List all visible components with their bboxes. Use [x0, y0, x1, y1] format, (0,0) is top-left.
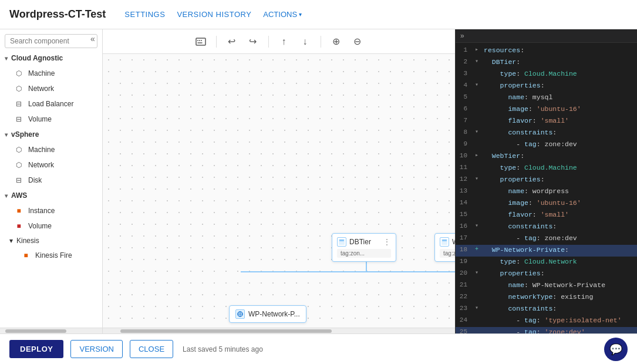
network-connection-line: [241, 271, 455, 272]
webtier-node-header: WebTier ⋮: [440, 237, 455, 247]
code-line-4: 4 ▾ properties:: [456, 80, 637, 92]
zoom-out-button[interactable]: ⊖: [349, 33, 366, 50]
sidebar-item-ca-volume-label: Volume: [28, 115, 52, 123]
redo-button[interactable]: ↪: [245, 33, 261, 50]
code-line-16: 16 ▾ constraints:: [456, 221, 637, 233]
volume-icon: ■: [14, 221, 23, 231]
sidebar-item-ca-loadbalancer[interactable]: ⊟ Load Balancer: [0, 96, 102, 112]
code-line-22: 22 networkType: existing: [456, 292, 637, 304]
group-vsphere: ▾ vSphere ⬡ Machine ⬡ Network ⊟ Disk: [0, 127, 102, 188]
code-line-3: 3 type: Cloud.Machine: [456, 69, 637, 80]
toolbar-divider: [216, 36, 217, 48]
dbtier-node[interactable]: DBTier ⋮ tag:zon...: [332, 233, 396, 262]
canvas-horizontal-scrollbar[interactable]: [103, 328, 455, 333]
dbtier-node-icon: [337, 237, 346, 247]
webtier-node[interactable]: WebTier ⋮ tag:zon...: [434, 233, 455, 262]
group-vsphere-header[interactable]: ▾ vSphere: [0, 127, 102, 142]
dbtier-node-title: DBTier: [337, 237, 371, 247]
deploy-button[interactable]: DEPLOY: [9, 340, 63, 358]
sidebar-item-vs-network[interactable]: ⬡ Network: [0, 157, 102, 173]
svg-rect-6: [339, 240, 344, 241]
header-nav: SETTINGS VERSION HISTORY ACTIONS ▾: [124, 10, 302, 19]
subgroup-kinesis: ▾ Kinesis ■ Kinesis Fire: [0, 234, 102, 263]
canvas-background: DBTier ⋮ tag:zon... WebTier: [103, 54, 455, 328]
sidebar-item-vs-disk[interactable]: ⊟ Disk: [0, 173, 102, 188]
close-button[interactable]: CLOSE: [130, 340, 173, 358]
group-cloud-agnostic-header[interactable]: ▾ Cloud Agnostic: [0, 50, 102, 66]
sidebar-item-aws-volume-label: Volume: [28, 222, 52, 230]
code-line-12: 12 ▾ properties:: [456, 174, 637, 186]
code-line-11: 11 type: Cloud.Machine: [456, 163, 637, 174]
sidebar-collapse-button[interactable]: «: [86, 32, 100, 46]
webtier-label: WebTier: [452, 238, 455, 246]
code-line-19: 19 type: Cloud.Network: [456, 257, 637, 268]
nav-settings[interactable]: SETTINGS: [124, 10, 165, 19]
code-line-23: 23 ▾ constraints:: [456, 304, 637, 315]
undo-button[interactable]: ↩: [224, 33, 240, 50]
nav-version-history[interactable]: VERSION HISTORY: [177, 10, 251, 19]
svg-rect-8: [442, 240, 447, 241]
nav-actions[interactable]: ACTIONS ▾: [263, 10, 302, 19]
webtier-node-icon: [440, 237, 449, 247]
sidebar-item-ca-loadbalancer-label: Load Balancer: [28, 100, 73, 108]
code-line-6: 6 image: 'ubuntu-16': [456, 104, 637, 116]
code-panel-header: »: [456, 29, 637, 43]
sidebar-item-aws-instance[interactable]: ■ Instance: [0, 203, 102, 218]
chevron-down-icon: ▾: [299, 11, 302, 18]
code-line-1: 1 ▸ resources:: [456, 45, 637, 57]
sidebar-item-vs-machine[interactable]: ⬡ Machine: [0, 142, 102, 157]
group-aws: ▾ AWS ■ Instance ■ Volume ▾ Kinesis: [0, 188, 102, 263]
sidebar-horizontal-scrollbar[interactable]: [0, 328, 102, 333]
code-panel-collapse-button[interactable]: »: [460, 32, 464, 40]
sidebar-item-aws-volume[interactable]: ■ Volume: [0, 218, 102, 234]
sidebar-item-ca-volume[interactable]: ⊟ Volume: [0, 112, 102, 127]
sidebar-item-ca-network[interactable]: ⬡ Network: [0, 81, 102, 96]
group-aws-header[interactable]: ▾ AWS: [0, 188, 102, 203]
sidebar-scroll: ▾ Cloud Agnostic ⬡ Machine ⬡ Network ⊟ L…: [0, 50, 102, 328]
search-input[interactable]: [5, 34, 97, 48]
toolbar-divider-3: [321, 36, 321, 48]
download-button[interactable]: ↓: [297, 33, 314, 50]
sidebar-item-vs-network-label: Network: [28, 161, 54, 169]
code-line-9: 9 - tag: zone:dev: [456, 139, 637, 151]
network-icon: ⬡: [14, 160, 23, 170]
chevron-icon: ▾: [5, 132, 8, 138]
code-line-25: 25 - tag: 'zone:dev': [456, 327, 637, 333]
code-line-8: 8 ▾ constraints:: [456, 127, 637, 139]
sidebar-item-ca-machine-label: Machine: [28, 69, 55, 77]
keyboard-button[interactable]: [193, 33, 209, 50]
sidebar-item-ca-machine[interactable]: ⬡ Machine: [0, 66, 102, 81]
footer: DEPLOY VERSION CLOSE Last saved 5 minute…: [0, 333, 637, 364]
code-line-7: 7 flavor: 'small': [456, 116, 637, 127]
toolbar-divider-2: [268, 36, 269, 48]
chevron-icon: ▾: [5, 55, 8, 62]
subgroup-kinesis-label: Kinesis: [16, 237, 39, 245]
subgroup-kinesis-header[interactable]: ▾ Kinesis: [0, 234, 102, 248]
code-editor[interactable]: 1 ▸ resources: 2 ▾ DBTier: 3 type: Cloud…: [456, 43, 637, 333]
code-line-17: 17 - tag: zone:dev: [456, 233, 637, 245]
upload-button[interactable]: ↑: [276, 33, 292, 50]
loadbalancer-icon: ⊟: [14, 99, 23, 109]
group-cloud-agnostic-label: Cloud Agnostic: [11, 54, 63, 62]
sidebar-item-kinesis-fire[interactable]: ■ Kinesis Fire: [0, 248, 102, 263]
sidebar-item-vs-disk-label: Disk: [28, 176, 42, 184]
canvas-area: ↩ ↪ ↑ ↓ ⊕ ⊖: [103, 29, 455, 333]
disk-icon: ⊟: [14, 176, 23, 185]
canvas-toolbar: ↩ ↪ ↑ ↓ ⊕ ⊖: [103, 29, 455, 54]
code-line-10: 10 ▸ WebTier:: [456, 151, 637, 163]
sidebar-item-vs-machine-label: Machine: [28, 146, 55, 154]
machine-icon: ⬡: [14, 145, 23, 154]
network-icon: ⬡: [14, 84, 23, 93]
code-line-14: 14 image: 'ubuntu-16': [456, 198, 637, 210]
kinesis-icon: ■: [21, 251, 31, 260]
chat-button[interactable]: 💬: [604, 338, 628, 361]
sidebar: « ▾ Cloud Agnostic ⬡ Machine ⬡ Network: [0, 29, 103, 333]
canvas-scroll-area[interactable]: DBTier ⋮ tag:zon... WebTier: [103, 54, 455, 328]
version-button[interactable]: VERSION: [70, 340, 123, 358]
zoom-in-button[interactable]: ⊕: [328, 33, 345, 50]
webtier-tag: tag:zon...: [440, 249, 455, 258]
dbtier-menu-button[interactable]: ⋮: [383, 237, 391, 247]
group-aws-label: AWS: [11, 191, 27, 200]
app-header: Wordpress-CT-Test SETTINGS VERSION HISTO…: [0, 0, 637, 29]
network-node[interactable]: WP-Network-P...: [229, 305, 306, 323]
